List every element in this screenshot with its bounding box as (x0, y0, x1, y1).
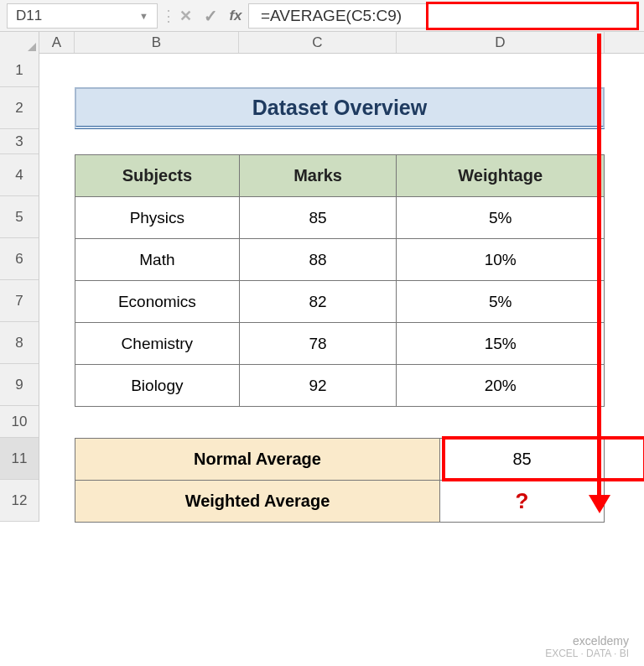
name-box[interactable]: D11 ▼ (7, 3, 158, 29)
data-table: Subjects Marks Weightage Physics 85 5% M… (75, 154, 605, 407)
summary-table: Normal Average 85 Weighted Average ? (75, 438, 605, 523)
cells-area[interactable]: Dataset Overview Subjects Marks Weightag… (39, 54, 644, 522)
cell-marks[interactable]: 82 (239, 281, 397, 323)
column-headers: A B C D (0, 32, 644, 54)
header-subjects[interactable]: Subjects (75, 155, 240, 197)
cell-subject[interactable]: Math (75, 239, 240, 281)
formula-text: =AVERAGE(C5:C9) (261, 7, 402, 25)
summary-row-weighted: Weighted Average ? (75, 481, 605, 523)
cell-marks[interactable]: 78 (239, 323, 397, 365)
cell-weight[interactable]: 20% (397, 365, 605, 407)
cell-weight[interactable]: 10% (397, 239, 605, 281)
annotation-arrow-line (597, 34, 601, 500)
row-header-12[interactable]: 12 (0, 480, 39, 522)
table-row: Physics 85 5% (75, 197, 605, 239)
table-row: Math 88 10% (75, 239, 605, 281)
weighted-average-value[interactable]: ? (440, 481, 605, 523)
row-header-7[interactable]: 7 (0, 280, 39, 322)
row-header-1[interactable]: 1 (0, 54, 39, 87)
watermark-brand: exceldemy (545, 634, 629, 648)
cell-weight[interactable]: 15% (397, 323, 605, 365)
row-header-3[interactable]: 3 (0, 129, 39, 154)
table-header-row: Subjects Marks Weightage (75, 155, 605, 197)
normal-average-label[interactable]: Normal Average (75, 439, 440, 481)
watermark: exceldemy EXCEL · DATA · BI (545, 634, 629, 659)
cell-subject[interactable]: Economics (75, 281, 240, 323)
annotation-arrow-head-icon (589, 495, 610, 513)
header-marks[interactable]: Marks (239, 155, 397, 197)
select-all-corner[interactable] (0, 32, 39, 54)
name-box-value: D11 (16, 8, 42, 24)
summary-row-normal: Normal Average 85 (75, 439, 605, 481)
cell-subject[interactable]: Chemistry (75, 323, 240, 365)
cancel-icon[interactable]: ✕ (173, 7, 198, 25)
cell-subject[interactable]: Biology (75, 365, 240, 407)
fx-icon[interactable]: fx (223, 8, 248, 24)
cell-marks[interactable]: 88 (239, 239, 397, 281)
row-header-11[interactable]: 11 (0, 438, 39, 480)
row-header-9[interactable]: 9 (0, 364, 39, 406)
col-header-b[interactable]: B (75, 32, 239, 53)
table-row: Economics 82 5% (75, 281, 605, 323)
grid-area: 1 2 3 4 5 6 7 8 9 10 11 12 Dataset Overv… (0, 54, 644, 522)
chevron-down-icon[interactable]: ▼ (139, 11, 148, 21)
table-row: Biology 92 20% (75, 365, 605, 407)
col-header-a[interactable]: A (39, 32, 75, 53)
row-headers: 1 2 3 4 5 6 7 8 9 10 11 12 (0, 54, 39, 522)
row-header-6[interactable]: 6 (0, 238, 39, 280)
header-weightage[interactable]: Weightage (397, 155, 605, 197)
cell-marks[interactable]: 92 (239, 365, 397, 407)
row-header-5[interactable]: 5 (0, 196, 39, 238)
weighted-average-label[interactable]: Weighted Average (75, 481, 440, 523)
row-header-10[interactable]: 10 (0, 406, 39, 438)
cell-marks[interactable]: 85 (239, 197, 397, 239)
enter-icon[interactable]: ✓ (198, 6, 223, 26)
row-header-2[interactable]: 2 (0, 87, 39, 129)
title-band: Dataset Overview (75, 87, 605, 129)
formula-bar: D11 ▼ ⋮ ✕ ✓ fx =AVERAGE(C5:C9) (0, 0, 644, 32)
col-header-c[interactable]: C (239, 32, 397, 53)
cell-subject[interactable]: Physics (75, 197, 240, 239)
watermark-tagline: EXCEL · DATA · BI (545, 648, 629, 659)
cell-weight[interactable]: 5% (397, 281, 605, 323)
row-header-4[interactable]: 4 (0, 154, 39, 196)
col-header-d[interactable]: D (397, 32, 605, 53)
normal-average-value[interactable]: 85 (440, 439, 605, 481)
cell-weight[interactable]: 5% (397, 197, 605, 239)
table-row: Chemistry 78 15% (75, 323, 605, 365)
row-header-8[interactable]: 8 (0, 322, 39, 364)
separator-icon: ⋮ (158, 7, 173, 25)
formula-input[interactable]: =AVERAGE(C5:C9) (248, 3, 637, 29)
